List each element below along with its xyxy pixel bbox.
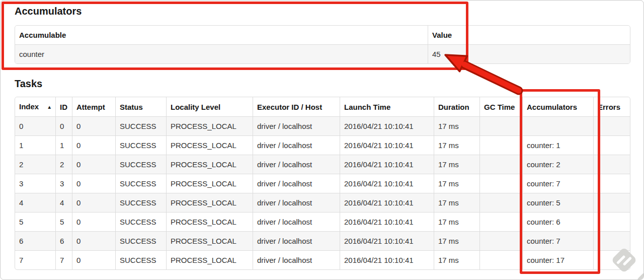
column-header-index[interactable]: Index▲	[15, 97, 55, 116]
cell-duration: 17 ms	[434, 250, 479, 269]
cell-id: 2	[55, 155, 72, 174]
column-header-gc-time[interactable]: GC Time	[479, 97, 522, 116]
cell-errors	[593, 135, 630, 155]
cell-id: 6	[55, 231, 72, 250]
cell-status: SUCCESS	[115, 174, 166, 193]
cell-accumulators	[522, 116, 593, 135]
cell-index: 5	[15, 212, 55, 231]
table-row: counter45	[15, 44, 630, 63]
cell-locality-level: PROCESS_LOCAL	[166, 250, 253, 269]
cell-attempt: 0	[72, 231, 115, 250]
cell-attempt: 0	[72, 155, 115, 174]
cell-id: 7	[55, 250, 72, 269]
column-header-attempt[interactable]: Attempt	[72, 97, 115, 116]
cell-status: SUCCESS	[115, 231, 166, 250]
cell-duration: 17 ms	[434, 135, 479, 155]
cell-launch-time: 2016/04/21 10:10:41	[340, 193, 434, 212]
cell-executor-id-host: driver / localhost	[253, 174, 340, 193]
tasks-table: Index▲IDAttemptStatusLocality LevelExecu…	[15, 97, 630, 270]
cell-gc-time	[479, 212, 522, 231]
table-row: 330SUCCESSPROCESS_LOCALdriver / localhos…	[15, 174, 630, 193]
column-header-duration[interactable]: Duration	[434, 97, 479, 116]
accumulators-section-title: Accumulators	[15, 5, 629, 17]
cell-index: 6	[15, 231, 55, 250]
tasks-section: Tasks Index▲IDAttemptStatusLocality Leve…	[15, 78, 629, 270]
cell-executor-id-host: driver / localhost	[253, 155, 340, 174]
cell-errors	[593, 212, 630, 231]
cell-launch-time: 2016/04/21 10:10:41	[340, 231, 434, 250]
accumulators-section: Accumulators AccumulableValuecounter45	[15, 5, 629, 64]
cell-errors	[593, 231, 630, 250]
column-header-label: GC Time	[484, 103, 515, 111]
cell-accumulators: counter: 6	[522, 212, 593, 231]
column-header-accumulators[interactable]: Accumulators	[522, 97, 593, 116]
cell-locality-level: PROCESS_LOCAL	[166, 174, 253, 193]
cell-duration: 17 ms	[434, 116, 479, 135]
cell-attempt: 0	[72, 250, 115, 269]
cell-launch-time: 2016/04/21 10:10:41	[340, 250, 434, 269]
cell-value: 45	[428, 44, 630, 63]
cell-index: 7	[15, 250, 55, 269]
cell-gc-time	[479, 193, 522, 212]
cell-accumulators: counter: 17	[522, 250, 593, 269]
cell-index: 1	[15, 135, 55, 155]
cell-index: 2	[15, 155, 55, 174]
cell-status: SUCCESS	[115, 135, 166, 155]
column-header-launch-time[interactable]: Launch Time	[340, 97, 434, 116]
cell-gc-time	[479, 155, 522, 174]
cell-attempt: 0	[72, 212, 115, 231]
cell-accumulators: counter: 2	[522, 155, 593, 174]
cell-locality-level: PROCESS_LOCAL	[166, 212, 253, 231]
table-row: 660SUCCESSPROCESS_LOCALdriver / localhos…	[15, 231, 630, 250]
column-header-label: Duration	[438, 103, 469, 111]
cell-gc-time	[479, 174, 522, 193]
cell-locality-level: PROCESS_LOCAL	[166, 193, 253, 212]
cell-executor-id-host: driver / localhost	[253, 116, 340, 135]
table-row: 220SUCCESSPROCESS_LOCALdriver / localhos…	[15, 155, 630, 174]
cell-launch-time: 2016/04/21 10:10:41	[340, 212, 434, 231]
cell-status: SUCCESS	[115, 116, 166, 135]
cell-errors	[593, 155, 630, 174]
cell-accumulable: counter	[15, 44, 428, 63]
column-header-value[interactable]: Value	[428, 26, 630, 44]
cell-locality-level: PROCESS_LOCAL	[166, 155, 253, 174]
column-header-id[interactable]: ID	[55, 97, 72, 116]
accumulators-table: AccumulableValuecounter45	[15, 25, 630, 64]
cell-index: 3	[15, 174, 55, 193]
cell-accumulators: counter: 7	[522, 231, 593, 250]
column-header-label: Accumulable	[19, 31, 66, 39]
column-header-executor-id-host[interactable]: Executor ID / Host	[253, 97, 340, 116]
header-row: AccumulableValue	[15, 26, 630, 44]
table-row: 770SUCCESSPROCESS_LOCALdriver / localhos…	[15, 250, 630, 269]
column-header-status[interactable]: Status	[115, 97, 166, 116]
cell-status: SUCCESS	[115, 155, 166, 174]
column-header-label: ID	[60, 103, 67, 111]
column-header-locality-level[interactable]: Locality Level	[166, 97, 253, 116]
cell-executor-id-host: driver / localhost	[253, 135, 340, 155]
watermark-corner-icon	[637, 272, 644, 280]
cell-id: 1	[55, 135, 72, 155]
column-header-accumulable[interactable]: Accumulable	[15, 26, 428, 44]
cell-duration: 17 ms	[434, 155, 479, 174]
cell-errors	[593, 116, 630, 135]
cell-launch-time: 2016/04/21 10:10:41	[340, 155, 434, 174]
sort-ascending-icon: ▲	[47, 104, 52, 110]
cell-launch-time: 2016/04/21 10:10:41	[340, 135, 434, 155]
cell-gc-time	[479, 231, 522, 250]
table-row: 000SUCCESSPROCESS_LOCALdriver / localhos…	[15, 116, 630, 135]
cell-errors	[593, 193, 630, 212]
cell-accumulators: counter: 1	[522, 135, 593, 155]
tasks-section-title: Tasks	[15, 78, 629, 90]
column-header-label: Status	[120, 103, 143, 111]
table-row: 110SUCCESSPROCESS_LOCALdriver / localhos…	[15, 135, 630, 155]
cell-locality-level: PROCESS_LOCAL	[166, 116, 253, 135]
table-row: 440SUCCESSPROCESS_LOCALdriver / localhos…	[15, 193, 630, 212]
cell-id: 4	[55, 193, 72, 212]
spark-stage-page: Accumulators AccumulableValuecounter45 T…	[0, 0, 644, 280]
cell-executor-id-host: driver / localhost	[253, 193, 340, 212]
column-header-errors[interactable]: Errors	[593, 97, 630, 116]
cell-gc-time	[479, 116, 522, 135]
column-header-label: Accumulators	[527, 103, 577, 111]
cell-executor-id-host: driver / localhost	[253, 250, 340, 269]
cell-gc-time	[479, 250, 522, 269]
